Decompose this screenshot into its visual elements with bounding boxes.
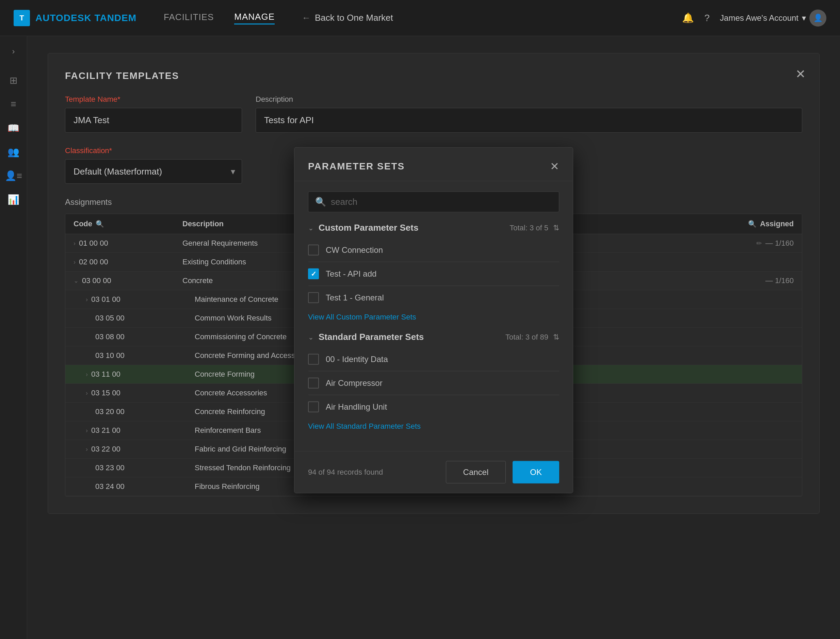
custom-section-title: Custom Parameter Sets (318, 223, 418, 233)
parameter-sets-dialog: PARAMETER SETS ✕ 🔍 ⌄ Custom Parameter Se… (294, 147, 573, 493)
description-group: Description (256, 95, 802, 133)
row-chevron-icon: › (86, 427, 88, 434)
description-input[interactable] (256, 108, 802, 133)
param-item: CW Connection (308, 238, 559, 262)
row-chevron-icon: › (86, 371, 88, 378)
dialog-search-icon: 🔍 (315, 197, 326, 207)
code-cell: › 03 01 00 (86, 295, 195, 304)
param-label: 00 - Identity Data (326, 354, 388, 364)
code-cell: 03 20 00 (86, 407, 195, 416)
edit-icon[interactable]: ✏ (756, 239, 762, 247)
custom-section-chevron-icon[interactable]: ⌄ (308, 224, 314, 232)
form-row: Template Name* Description (65, 95, 802, 133)
row-chevron-icon: › (86, 446, 88, 453)
code-cell: › 03 11 00 (86, 370, 195, 379)
row-chevron-icon: › (73, 259, 76, 266)
sidebar-icon-roles[interactable]: 👤≡ (3, 165, 24, 186)
assigned-search-icon[interactable]: 🔍 (748, 220, 757, 228)
code-search-icon[interactable]: 🔍 (95, 220, 104, 228)
nav-right: 🔔 ? James Awe's Account ▾ 👤 (682, 10, 826, 27)
code-cell: › 02 00 00 (73, 258, 183, 266)
records-count: 94 of 94 records found (308, 468, 383, 477)
account-area[interactable]: James Awe's Account ▾ 👤 (720, 10, 826, 27)
template-name-input[interactable] (65, 108, 242, 133)
sidebar: › ⊞ ≡ 📖 👥 👤≡ 📊 (0, 36, 27, 639)
template-name-label: Template Name* (65, 95, 242, 104)
identity-data-checkbox[interactable] (308, 354, 319, 365)
param-item: Test - API add (308, 262, 559, 286)
code-cell: 03 08 00 (86, 332, 195, 341)
code-cell: › 03 22 00 (86, 445, 195, 453)
app-logo: T (14, 10, 30, 26)
standard-param-list: 00 - Identity Data Air Compressor Air (308, 348, 559, 418)
main-layout: › ⊞ ≡ 📖 👥 👤≡ 📊 FACILITY TEMPLATES ✕ Temp… (0, 36, 840, 639)
code-cell: › 01 00 00 (73, 239, 183, 248)
col-code: Code 🔍 (73, 219, 183, 228)
classification-select[interactable]: Default (Masterformat) (65, 159, 242, 184)
notifications-button[interactable]: 🔔 (682, 12, 694, 24)
standard-section-title: Standard Parameter Sets (318, 332, 424, 342)
standard-section-header: ⌄ Standard Parameter Sets Total: 3 of 89… (308, 332, 559, 342)
dialog-body: 🔍 ⌄ Custom Parameter Sets Total: 3 of 5 … (294, 181, 573, 451)
assigned-area: — 1/160 (725, 276, 794, 285)
view-all-standard-link[interactable]: View All Standard Parameter Sets (308, 422, 559, 431)
air-handling-unit-checkbox[interactable] (308, 402, 319, 412)
param-label: Test - API add (326, 269, 376, 279)
custom-param-list: CW Connection Test - API add Test 1 - (308, 238, 559, 309)
test1-general-checkbox[interactable] (308, 292, 319, 303)
custom-sort-icon[interactable]: ⇅ (553, 223, 559, 232)
footer-buttons: Cancel OK (446, 461, 559, 483)
standard-section-count: Total: 3 of 89 (506, 332, 548, 341)
search-input[interactable] (331, 197, 552, 207)
cw-connection-checkbox[interactable] (308, 245, 319, 256)
standard-sort-icon[interactable]: ⇅ (553, 332, 559, 341)
air-compressor-checkbox[interactable] (308, 378, 319, 389)
cancel-button[interactable]: Cancel (446, 461, 506, 483)
dialog-title: PARAMETER SETS (308, 161, 405, 172)
top-nav: T AUTODESK TANDEM FACILITIES MANAGE ← Ba… (0, 0, 840, 36)
sidebar-icon-chart[interactable]: 📊 (3, 189, 24, 210)
logo-area: T AUTODESK TANDEM (14, 10, 137, 26)
code-cell: 03 10 00 (86, 351, 195, 360)
code-cell: 03 05 00 (86, 314, 195, 323)
view-all-custom-link[interactable]: View All Custom Parameter Sets (308, 313, 559, 321)
row-chevron-icon: › (73, 240, 76, 247)
back-arrow-icon: ← (302, 13, 311, 23)
test-api-add-checkbox[interactable] (308, 269, 319, 279)
panel-close-button[interactable]: ✕ (795, 67, 806, 81)
description-label: Description (256, 95, 802, 104)
nav-facilities[interactable]: FACILITIES (164, 12, 214, 24)
sidebar-icon-users[interactable]: 👥 (3, 141, 24, 162)
standard-section-chevron-icon[interactable]: ⌄ (308, 333, 314, 341)
custom-section-header: ⌄ Custom Parameter Sets Total: 3 of 5 ⇅ (308, 223, 559, 233)
custom-param-section: ⌄ Custom Parameter Sets Total: 3 of 5 ⇅ … (308, 223, 559, 321)
row-chevron-icon: ⌄ (73, 277, 79, 285)
code-cell: › 03 21 00 (86, 426, 195, 435)
sidebar-icon-book[interactable]: 📖 (3, 118, 24, 138)
param-label: Air Compressor (326, 378, 383, 388)
search-box: 🔍 (308, 192, 559, 212)
code-cell: ⌄ 03 00 00 (73, 276, 183, 285)
sidebar-icon-list[interactable]: ≡ (3, 94, 24, 114)
sidebar-icon-dashboard[interactable]: ⊞ (3, 70, 24, 91)
nav-items: FACILITIES MANAGE (164, 11, 275, 24)
ok-button[interactable]: OK (512, 461, 559, 483)
nav-manage[interactable]: MANAGE (234, 11, 275, 24)
param-item: Air Handling Unit (308, 395, 559, 418)
code-cell: 03 23 00 (86, 463, 195, 472)
custom-section-count: Total: 3 of 5 (509, 223, 548, 232)
template-name-group: Template Name* (65, 95, 242, 133)
dialog-close-button[interactable]: ✕ (550, 160, 559, 173)
assigned-area: ✏ — 1/160 (725, 239, 794, 248)
account-chevron-icon: ▾ (802, 13, 806, 23)
code-cell: › 03 15 00 (86, 389, 195, 397)
col-assigned: 🔍 Assigned (725, 219, 794, 228)
help-button[interactable]: ? (704, 13, 710, 24)
sidebar-toggle[interactable]: › (3, 43, 24, 60)
back-link[interactable]: ← Back to One Market (302, 13, 393, 23)
dialog-footer: 94 of 94 records found Cancel OK (294, 451, 573, 493)
param-item: 00 - Identity Data (308, 348, 559, 371)
dialog-header: PARAMETER SETS ✕ (294, 148, 573, 181)
classification-select-wrapper: Default (Masterformat) ▾ (65, 159, 242, 184)
avatar: 👤 (809, 10, 826, 27)
